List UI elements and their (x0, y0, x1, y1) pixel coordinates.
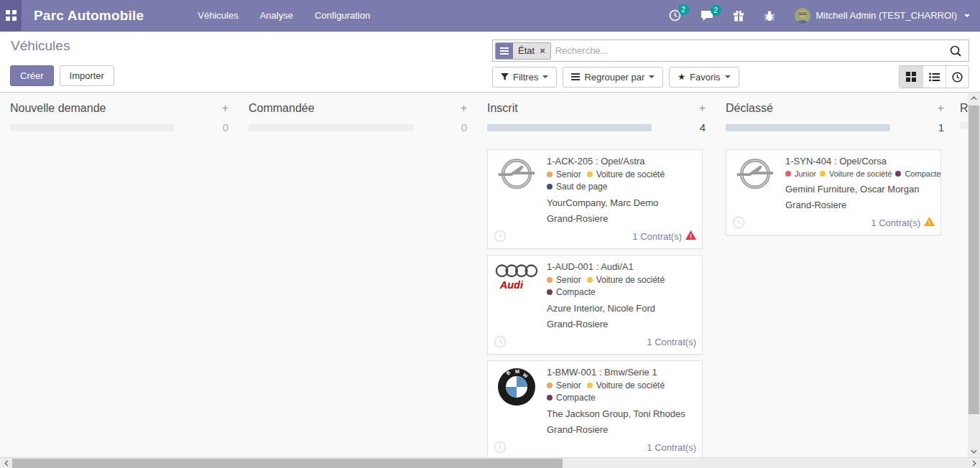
bmw-logo: B M W (494, 367, 540, 435)
card-location: Grand-Rosiere (547, 213, 696, 224)
vertical-scrollbar[interactable] (968, 93, 980, 457)
apps-menu-button[interactable] (0, 0, 22, 32)
vertical-scroll-thumb[interactable] (969, 106, 979, 414)
column-add-button[interactable]: + (222, 103, 228, 114)
svg-text:!: ! (690, 233, 692, 240)
horizontal-scroll-thumb[interactable] (12, 459, 563, 468)
card-driver: The Jackson Group, Toni Rhodes (547, 408, 696, 419)
warning-icon: ! (924, 217, 935, 228)
contracts-link[interactable]: 1 Contrat(s) ! (871, 217, 935, 228)
svg-text:M: M (515, 369, 519, 374)
import-button[interactable]: Importer (60, 65, 114, 86)
kanban-column-inscrit: Inscrit + 4 1-ACK-205 (477, 93, 716, 457)
column-add-button[interactable]: + (699, 103, 706, 114)
tag-dot (587, 277, 593, 283)
column-count: 0 (461, 121, 467, 134)
audi-logo: Audi (494, 261, 540, 329)
facet-groupby-icon (496, 43, 513, 59)
facet-remove-icon[interactable]: × (540, 45, 545, 56)
opel-logo (494, 156, 540, 224)
tag-dot (547, 383, 553, 388)
card-title: 1-ACK-205 : Opel/Astra (547, 156, 696, 167)
tag-dot (895, 171, 901, 177)
filters-dropdown[interactable]: Filtres (492, 67, 557, 88)
app-title[interactable]: Parc Automobile (34, 8, 144, 24)
list-view-button[interactable] (923, 66, 946, 88)
activities-button[interactable]: 2 (669, 9, 681, 22)
user-name: Mitchell Admin (TEST_CHARROI) (816, 10, 957, 21)
kanban-view-button[interactable] (900, 66, 923, 88)
search-icon[interactable] (949, 45, 962, 57)
funnel-icon (501, 73, 509, 81)
column-add-button[interactable]: + (938, 103, 944, 114)
gift-button[interactable] (733, 10, 744, 22)
column-progressbar[interactable] (726, 124, 890, 131)
scroll-left-arrow[interactable] (0, 458, 12, 468)
card-tags: Senior Voiture de société Compacte (547, 275, 696, 297)
card-driver: Azure Interior, Nicole Ford (547, 303, 696, 314)
opel-logo (732, 156, 778, 210)
search-facet-etat: État × (495, 42, 551, 60)
create-button[interactable]: Créer (10, 65, 54, 86)
card-location: Grand-Rosiere (547, 319, 696, 329)
scroll-up-arrow[interactable] (968, 93, 980, 104)
systray: 2 2 (669, 8, 980, 24)
user-menu[interactable]: Mitchell Admin (TEST_CHARROI) (795, 8, 970, 24)
column-title: Commandée (249, 102, 315, 115)
messages-button[interactable]: 2 (701, 10, 713, 22)
bug-button[interactable] (764, 10, 775, 22)
tag-dot (785, 171, 791, 177)
card-location: Grand-Rosiere (547, 424, 696, 435)
facet-label: État (518, 45, 535, 56)
activity-clock-icon[interactable] (732, 216, 745, 229)
column-progressbar[interactable] (10, 124, 175, 131)
filters-label: Filtres (513, 72, 538, 83)
kanban-card-bmw-serie1[interactable]: B M W 1-BMW-001 : Bmw/Serie 1 Senior Voi… (487, 360, 703, 457)
card-tags: Junior Voiture de société Compacte (785, 169, 935, 178)
scroll-down-arrow[interactable] (968, 446, 980, 457)
column-title: Nouvelle demande (10, 102, 106, 115)
tag-dot (547, 289, 553, 295)
activity-clock-icon[interactable] (494, 335, 507, 348)
activity-clock-icon[interactable] (494, 441, 507, 454)
groupby-dropdown[interactable]: Regrouper par (563, 67, 663, 88)
svg-text:!: ! (928, 219, 930, 226)
column-count: 4 (700, 121, 706, 134)
card-location: Grand-Rosiere (785, 200, 935, 210)
tag-dot (547, 172, 553, 177)
menu-analyse[interactable]: Analyse (260, 10, 293, 21)
search-input[interactable] (555, 45, 943, 56)
kanban-column-declasse: Déclassé + 1 1-SYN-404 (716, 93, 954, 457)
chevron-down-icon (964, 14, 970, 17)
kanban-card-audi-a1[interactable]: Audi 1-AUD-001 : Audi/A1 Senior Voiture … (487, 255, 703, 355)
column-title: Déclassé (726, 102, 773, 115)
activity-clock-icon[interactable] (494, 230, 507, 243)
breadcrumb-title: Véhicules (11, 38, 70, 54)
column-add-button[interactable]: + (461, 103, 467, 114)
activities-badge: 2 (678, 4, 689, 15)
contracts-link[interactable]: 1 Contrat(s) ! (632, 230, 696, 242)
apps-grid-icon (6, 10, 17, 21)
menu-vehicules[interactable]: Véhicules (198, 10, 238, 21)
scroll-right-arrow[interactable] (968, 458, 980, 468)
tag-dot (587, 383, 593, 388)
horizontal-scrollbar[interactable] (0, 457, 980, 468)
column-progressbar[interactable] (487, 124, 652, 131)
card-driver: YourCompany, Marc Demo (547, 197, 696, 208)
tag-dot (547, 184, 553, 189)
kanban-view-icon (906, 72, 916, 82)
activity-view-button[interactable] (946, 66, 969, 88)
tag-dot (587, 172, 593, 177)
warning-icon: ! (685, 230, 696, 242)
main-menu: Véhicules Analyse Configuration (198, 10, 370, 21)
svg-text:Audi: Audi (499, 279, 524, 291)
column-progressbar[interactable] (249, 124, 413, 131)
contracts-link[interactable]: 1 Contrat(s) (647, 442, 696, 453)
kanban-card-opel-corsa[interactable]: 1-SYN-404 : Opel/Corsa Junior Voiture de… (726, 149, 941, 235)
favorites-dropdown[interactable]: ★ Favoris (669, 67, 739, 88)
menu-configuration[interactable]: Configuration (315, 10, 370, 21)
kanban-card-opel-astra[interactable]: 1-ACK-205 : Opel/Astra Senior Voiture de… (487, 149, 703, 249)
tag-dot (547, 395, 553, 401)
search-bar[interactable]: État × (492, 39, 969, 62)
contracts-link[interactable]: 1 Contrat(s) (647, 337, 696, 347)
